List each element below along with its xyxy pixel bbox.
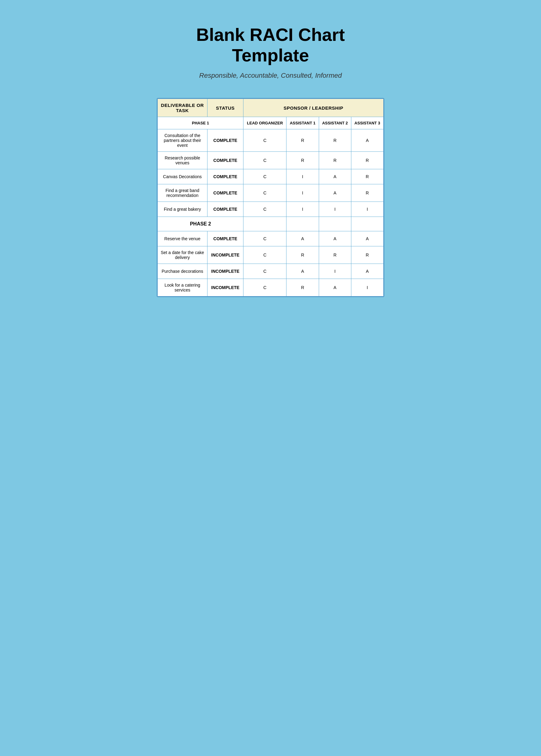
deliverable-header: DELIVERABLE OR TASK bbox=[158, 99, 208, 117]
raci-table-container: DELIVERABLE OR TASK STATUS SPONSOR / LEA… bbox=[157, 98, 384, 297]
status-header: STATUS bbox=[207, 99, 244, 117]
raci-table: DELIVERABLE OR TASK STATUS SPONSOR / LEA… bbox=[157, 99, 384, 296]
assistant1-header: ASSISTANT 1 bbox=[286, 117, 319, 129]
status-cell: COMPLETE bbox=[207, 169, 244, 184]
lead-organizer-header: LEAD ORGANIZER bbox=[244, 117, 286, 129]
page-container: Blank RACI Chart Template Responsible, A… bbox=[154, 12, 387, 309]
table-row: Set a date for the cake delivery INCOMPL… bbox=[158, 246, 384, 264]
task-cell: Set a date for the cake delivery bbox=[158, 246, 208, 264]
phase2-header-row: PHASE 2 bbox=[158, 217, 384, 231]
task-cell: Reserve the venue bbox=[158, 231, 208, 246]
subtitle: Responsible, Accountable, Consulted, Inf… bbox=[160, 72, 381, 80]
a3-raci-cell: R bbox=[351, 169, 383, 184]
a1-raci-cell: R bbox=[286, 152, 319, 169]
lead-raci-cell: C bbox=[244, 152, 286, 169]
a1-raci-cell: I bbox=[286, 202, 319, 217]
status-cell: INCOMPLETE bbox=[207, 246, 244, 264]
task-cell: Canvas Decorations bbox=[158, 169, 208, 184]
status-cell: COMPLETE bbox=[207, 184, 244, 202]
a2-raci-cell: A bbox=[319, 184, 351, 202]
phase2-lead-empty bbox=[244, 217, 286, 231]
a2-raci-cell: I bbox=[319, 264, 351, 279]
a1-raci-cell: R bbox=[286, 279, 319, 296]
a2-raci-cell: A bbox=[319, 169, 351, 184]
phase2-a1-empty bbox=[286, 217, 319, 231]
a1-raci-cell: A bbox=[286, 264, 319, 279]
table-body: Consultation of the partners about their… bbox=[158, 129, 384, 296]
a2-raci-cell: R bbox=[319, 129, 351, 152]
task-cell: Consultation of the partners about their… bbox=[158, 129, 208, 152]
a1-raci-cell: I bbox=[286, 184, 319, 202]
table-row: Look for a catering services INCOMPLETE … bbox=[158, 279, 384, 296]
phase2-a3-empty bbox=[351, 217, 383, 231]
status-cell: INCOMPLETE bbox=[207, 279, 244, 296]
a3-raci-cell: I bbox=[351, 202, 383, 217]
a3-raci-cell: I bbox=[351, 279, 383, 296]
lead-raci-cell: C bbox=[244, 246, 286, 264]
phase1-subheader: PHASE 1 bbox=[158, 117, 244, 129]
task-cell: Purchase decorations bbox=[158, 264, 208, 279]
assistant2-header: ASSISTANT 2 bbox=[319, 117, 351, 129]
lead-raci-cell: C bbox=[244, 264, 286, 279]
table-row: Purchase decorations INCOMPLETE C A I A bbox=[158, 264, 384, 279]
sub-header-row: PHASE 1 LEAD ORGANIZER ASSISTANT 1 ASSIS… bbox=[158, 117, 384, 129]
main-title: Blank RACI Chart Template bbox=[160, 25, 381, 66]
table-row: Find a great bakery COMPLETE C I I I bbox=[158, 202, 384, 217]
a1-raci-cell: A bbox=[286, 231, 319, 246]
a2-raci-cell: I bbox=[319, 202, 351, 217]
a3-raci-cell: A bbox=[351, 231, 383, 246]
status-cell: COMPLETE bbox=[207, 231, 244, 246]
status-cell: COMPLETE bbox=[207, 152, 244, 169]
lead-raci-cell: C bbox=[244, 169, 286, 184]
lead-raci-cell: C bbox=[244, 279, 286, 296]
task-cell: Look for a catering services bbox=[158, 279, 208, 296]
lead-raci-cell: C bbox=[244, 231, 286, 246]
lead-raci-cell: C bbox=[244, 202, 286, 217]
a2-raci-cell: R bbox=[319, 246, 351, 264]
table-row: Canvas Decorations COMPLETE C I A R bbox=[158, 169, 384, 184]
a1-raci-cell: I bbox=[286, 169, 319, 184]
task-cell: Research possible venues bbox=[158, 152, 208, 169]
a3-raci-cell: A bbox=[351, 264, 383, 279]
a3-raci-cell: R bbox=[351, 246, 383, 264]
a2-raci-cell: R bbox=[319, 152, 351, 169]
lead-raci-cell: C bbox=[244, 184, 286, 202]
title-section: Blank RACI Chart Template Responsible, A… bbox=[154, 12, 387, 98]
phase2-label: PHASE 2 bbox=[158, 217, 244, 231]
table-row: Consultation of the partners about their… bbox=[158, 129, 384, 152]
assistant3-header: ASSISTANT 3 bbox=[351, 117, 383, 129]
a3-raci-cell: R bbox=[351, 184, 383, 202]
sponsor-header: SPONSOR / LEADERSHIP bbox=[244, 99, 384, 117]
table-row: Find a great band recommendation COMPLET… bbox=[158, 184, 384, 202]
phase2-a2-empty bbox=[319, 217, 351, 231]
status-cell: COMPLETE bbox=[207, 202, 244, 217]
a1-raci-cell: R bbox=[286, 129, 319, 152]
status-cell: COMPLETE bbox=[207, 129, 244, 152]
table-row: Research possible venues COMPLETE C R R … bbox=[158, 152, 384, 169]
main-header-row: DELIVERABLE OR TASK STATUS SPONSOR / LEA… bbox=[158, 99, 384, 117]
a3-raci-cell: A bbox=[351, 129, 383, 152]
table-row: Reserve the venue COMPLETE C A A A bbox=[158, 231, 384, 246]
task-cell: Find a great band recommendation bbox=[158, 184, 208, 202]
a2-raci-cell: A bbox=[319, 279, 351, 296]
a2-raci-cell: A bbox=[319, 231, 351, 246]
task-cell: Find a great bakery bbox=[158, 202, 208, 217]
lead-raci-cell: C bbox=[244, 129, 286, 152]
a1-raci-cell: R bbox=[286, 246, 319, 264]
status-cell: INCOMPLETE bbox=[207, 264, 244, 279]
a3-raci-cell: R bbox=[351, 152, 383, 169]
